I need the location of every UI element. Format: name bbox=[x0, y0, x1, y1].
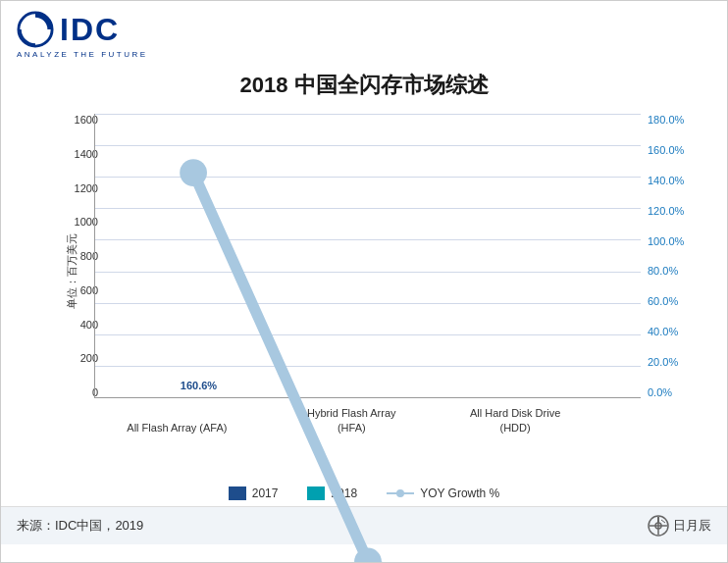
svg-point-1 bbox=[180, 159, 207, 186]
legend-label-2017: 2017 bbox=[252, 486, 279, 500]
legend: 2017 2018 YOY Growth % bbox=[1, 486, 727, 500]
idc-text: IDC bbox=[60, 14, 120, 45]
grid-line bbox=[95, 366, 641, 367]
footer-logo-text: 日月辰 bbox=[673, 517, 711, 535]
grid-line bbox=[95, 272, 641, 273]
chart-container: 单位：百万美元 1600 1400 1200 1000 800 600 400 … bbox=[30, 104, 698, 437]
grid-line bbox=[95, 239, 641, 240]
svg-line-9 bbox=[661, 520, 665, 523]
legend-box-2017 bbox=[229, 486, 246, 500]
grid-line bbox=[95, 114, 641, 115]
x-label-hdd: All Hard Disk Drive(HDD) bbox=[449, 406, 580, 435]
footer-source: 来源：IDC中国，2019 bbox=[17, 517, 143, 535]
grid-line bbox=[95, 303, 641, 304]
grid-line bbox=[95, 208, 641, 209]
x-label-afa: All Flash Array (AFA) bbox=[123, 421, 232, 435]
legend-item-2017: 2017 bbox=[229, 486, 279, 500]
idc-tagline: ANALYZE THE FUTURE bbox=[17, 50, 148, 59]
chart-title: 2018 中国全闪存市场综述 bbox=[1, 71, 727, 100]
legend-item-2018: 2018 bbox=[307, 486, 357, 500]
footer: 来源：IDC中国，2019 日月辰 bbox=[1, 506, 727, 544]
svg-point-2 bbox=[354, 548, 382, 563]
legend-item-yoy: YOY Growth % bbox=[387, 486, 499, 500]
idc-circle-icon bbox=[17, 11, 54, 48]
grid-line bbox=[95, 334, 641, 335]
legend-label-2018: 2018 bbox=[331, 486, 357, 500]
plot-area: 160.6% 32.2% 6.8% All Flash Array (AFA) … bbox=[94, 114, 641, 398]
legend-line-yoy bbox=[387, 492, 414, 494]
x-label-hfa: Hybrid Flash Array(HFA) bbox=[291, 406, 411, 435]
legend-box-2018 bbox=[307, 486, 325, 500]
header: IDC ANALYZE THE FUTURE bbox=[1, 1, 727, 63]
footer-logo-icon bbox=[648, 515, 669, 537]
afa-growth-label: 160.6% bbox=[181, 380, 217, 391]
legend-label-yoy: YOY Growth % bbox=[420, 486, 499, 500]
grid-line bbox=[95, 177, 641, 178]
idc-logo: IDC ANALYZE THE FUTURE bbox=[17, 11, 148, 59]
y-axis-right: 180.0% 160.0% 140.0% 120.0% 100.0% 80.0%… bbox=[644, 114, 698, 398]
footer-logo-container: 日月辰 bbox=[648, 515, 711, 537]
grid-line bbox=[95, 145, 641, 146]
